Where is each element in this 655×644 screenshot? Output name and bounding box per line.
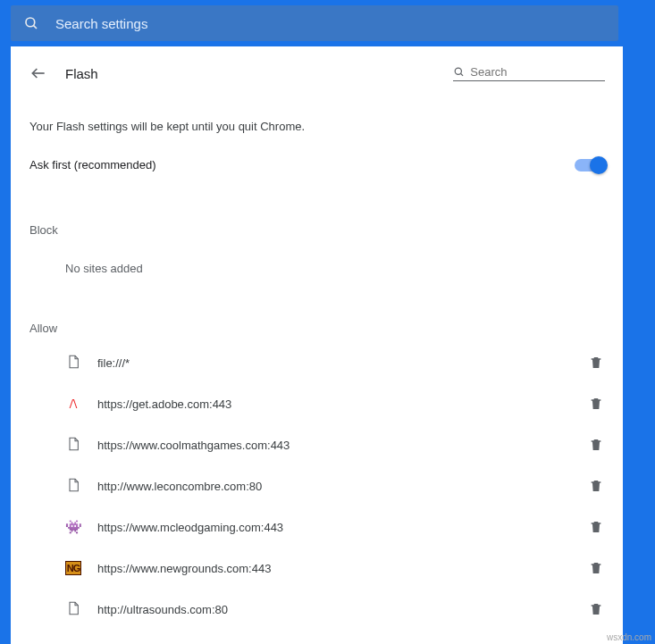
site-row: https://www.coolmathgames.com:443: [12, 424, 623, 465]
site-url: http://www.leconcombre.com:80: [97, 480, 573, 493]
search-icon: [23, 15, 39, 31]
site-url: https://www.newgrounds.com:443: [97, 562, 573, 575]
mcleodgaming-icon: 👾: [65, 519, 82, 535]
svg-line-1: [33, 25, 37, 29]
svg-line-4: [460, 73, 463, 76]
newgrounds-icon: NG: [65, 561, 81, 575]
document-icon: [66, 354, 80, 372]
ask-first-row: Ask first (recommended): [12, 146, 623, 184]
arrow-left-icon: [29, 64, 47, 82]
site-url: file:///*: [97, 356, 573, 370]
back-button[interactable]: [29, 64, 47, 82]
delete-site-button[interactable]: [589, 601, 605, 617]
settings-search-placeholder: Search settings: [55, 16, 147, 31]
top-bar: Search settings: [0, 0, 655, 46]
delete-site-button[interactable]: [589, 437, 605, 453]
page-header: Flash: [12, 64, 623, 104]
site-favicon: NG: [65, 560, 81, 576]
inline-search[interactable]: [453, 65, 605, 81]
site-favicon: [65, 601, 81, 617]
site-row: /\https://get.adobe.com:443: [12, 383, 623, 424]
site-url: https://get.adobe.com:443: [97, 397, 573, 411]
watermark: wsxdn.com: [607, 632, 651, 642]
allow-list: file:///*/\https://get.adobe.com:443http…: [12, 342, 623, 630]
document-icon: [66, 600, 80, 619]
ask-first-toggle[interactable]: [575, 159, 605, 171]
page-title: Flash: [65, 66, 435, 81]
document-icon: [66, 436, 80, 455]
inline-search-input[interactable]: [470, 65, 605, 79]
delete-site-button[interactable]: [589, 355, 605, 371]
search-icon: [453, 65, 465, 79]
flash-info-text: Your Flash settings will be kept until y…: [12, 104, 623, 146]
site-favicon: [65, 478, 81, 494]
site-favicon: [65, 355, 81, 371]
document-icon: [66, 477, 80, 496]
site-row: http://ultrasounds.com:80: [12, 589, 623, 630]
settings-search-box[interactable]: Search settings: [11, 5, 618, 41]
allow-section-label: Allow: [12, 282, 623, 342]
site-favicon: [65, 437, 81, 453]
ask-first-label: Ask first (recommended): [29, 158, 156, 171]
block-empty-message: No sites added: [12, 244, 623, 282]
site-favicon: /\: [65, 396, 81, 412]
site-row: http://www.leconcombre.com:80: [12, 465, 623, 506]
site-url: https://www.mcleodgaming.com:443: [97, 521, 573, 534]
site-row: file:///*: [12, 342, 623, 383]
site-url: https://www.coolmathgames.com:443: [97, 439, 573, 452]
delete-site-button[interactable]: [589, 560, 605, 576]
block-section-label: Block: [12, 184, 623, 244]
site-url: http://ultrasounds.com:80: [97, 603, 573, 616]
site-row: 👾https://www.mcleodgaming.com:443: [12, 506, 623, 548]
content-card: Flash Your Flash settings will be kept u…: [11, 46, 623, 644]
site-row: NGhttps://www.newgrounds.com:443: [12, 548, 623, 589]
delete-site-button[interactable]: [589, 519, 605, 535]
delete-site-button[interactable]: [589, 396, 605, 412]
delete-site-button[interactable]: [589, 478, 605, 494]
site-favicon: 👾: [65, 519, 81, 535]
adobe-icon: /\: [70, 397, 77, 412]
svg-point-3: [455, 68, 461, 74]
svg-point-0: [26, 18, 35, 27]
